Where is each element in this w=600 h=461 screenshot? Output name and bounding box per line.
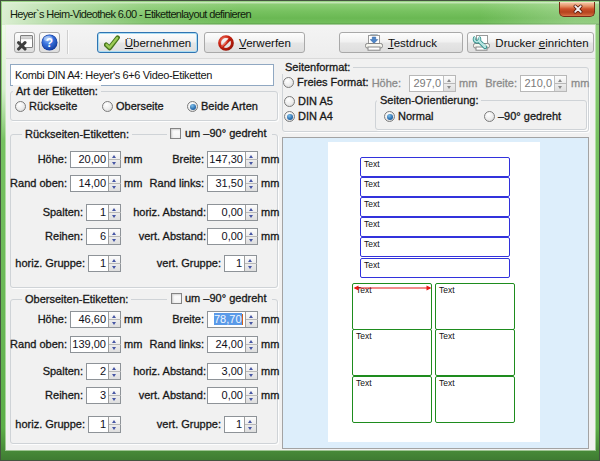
svg-text:?: ? — [46, 36, 53, 50]
